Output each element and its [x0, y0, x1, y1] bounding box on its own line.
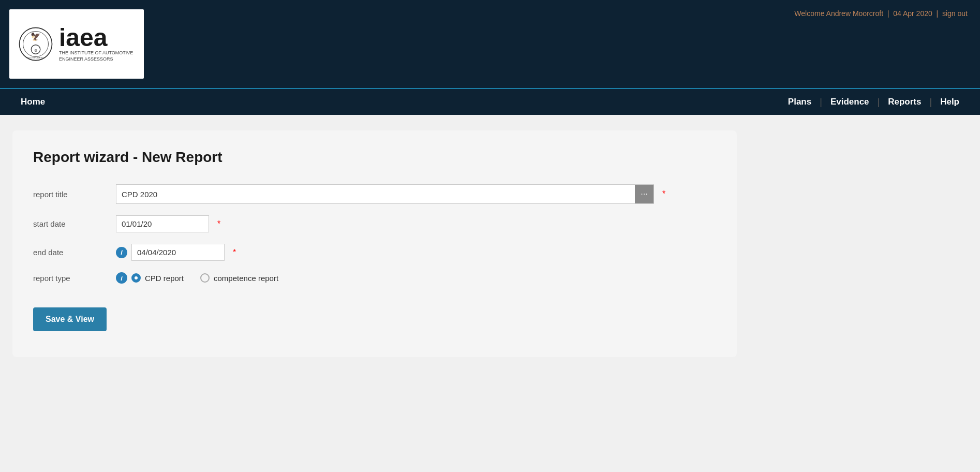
navbar-right: Plans | Evidence | Reports | Help [780, 89, 968, 115]
navbar: Home Plans | Evidence | Reports | Help [0, 88, 980, 115]
svg-text:INCORPORATED: INCORPORATED [27, 56, 45, 59]
svg-text:⚙: ⚙ [34, 49, 37, 52]
main-content: Report wizard - New Report report title … [0, 115, 980, 472]
report-type-label: report type [33, 274, 116, 283]
end-date-row: end date i * [33, 244, 716, 261]
report-title-input-area: ··· * [116, 184, 665, 204]
end-date-input[interactable] [131, 244, 225, 261]
competence-report-radio[interactable] [200, 273, 210, 283]
report-type-input-area: i CPD report competence report [116, 272, 278, 284]
title-more-button[interactable]: ··· [635, 185, 654, 203]
cpd-report-option[interactable]: CPD report [131, 273, 184, 283]
end-date-info-icon[interactable]: i [116, 247, 127, 258]
navbar-left: Home [12, 89, 53, 115]
nav-evidence[interactable]: Evidence [822, 89, 878, 115]
nav-home[interactable]: Home [12, 89, 53, 115]
report-title-input[interactable] [116, 186, 635, 203]
report-title-input-wrapper: ··· [116, 184, 654, 204]
cpd-report-radio[interactable] [131, 273, 141, 283]
logo-subtitle-text: THE INSTITUTE OF AUTOMOTIVEENGINEER ASSE… [59, 50, 133, 62]
sign-out-link[interactable]: sign out [942, 9, 968, 18]
form-card: Report wizard - New Report report title … [12, 130, 737, 357]
logo-iaea-text: iaea [59, 25, 133, 50]
start-date-row: start date * [33, 215, 716, 232]
welcome-text: Welcome Andrew Moorcroft [794, 9, 883, 18]
emblem-icon: 🦅 ⚙ INCORPORATED [18, 26, 54, 62]
user-info: Welcome Andrew Moorcroft | 04 Apr 2020 |… [794, 0, 980, 18]
svg-text:🦅: 🦅 [31, 32, 41, 41]
start-date-input-area: * [116, 215, 220, 232]
logo-area: 🦅 ⚙ INCORPORATED iaea THE INSTITUTE OF A… [9, 9, 144, 79]
start-date-required: * [217, 219, 220, 229]
report-type-row: report type i CPD report competence repo… [33, 272, 716, 284]
report-type-info-icon[interactable]: i [116, 272, 127, 284]
logo-text: iaea THE INSTITUTE OF AUTOMOTIVEENGINEER… [59, 25, 133, 62]
competence-report-option[interactable]: competence report [200, 273, 278, 283]
date-text: 04 Apr 2020 [893, 9, 932, 18]
end-date-label: end date [33, 248, 116, 257]
page-title: Report wizard - New Report [33, 149, 716, 166]
report-title-row: report title ··· * [33, 184, 716, 204]
start-date-label: start date [33, 219, 116, 228]
start-date-input[interactable] [116, 215, 209, 232]
cpd-report-label: CPD report [145, 274, 184, 283]
report-title-required: * [662, 189, 665, 199]
nav-plans[interactable]: Plans [780, 89, 820, 115]
end-date-input-area: i * [116, 244, 236, 261]
radio-group: CPD report competence report [131, 273, 278, 283]
end-date-required: * [233, 248, 236, 257]
nav-help[interactable]: Help [932, 89, 968, 115]
competence-report-label: competence report [214, 274, 278, 283]
nav-reports[interactable]: Reports [880, 89, 929, 115]
report-title-label: report title [33, 190, 116, 199]
save-view-button[interactable]: Save & View [33, 307, 107, 331]
site-header: 🦅 ⚙ INCORPORATED iaea THE INSTITUTE OF A… [0, 0, 980, 88]
